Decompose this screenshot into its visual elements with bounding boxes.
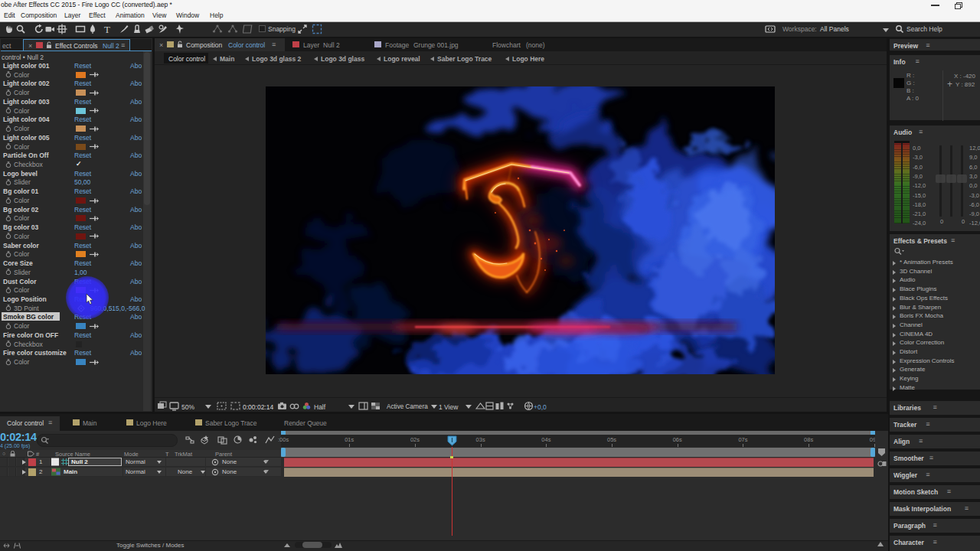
svg-text:T: T: [104, 24, 110, 34]
